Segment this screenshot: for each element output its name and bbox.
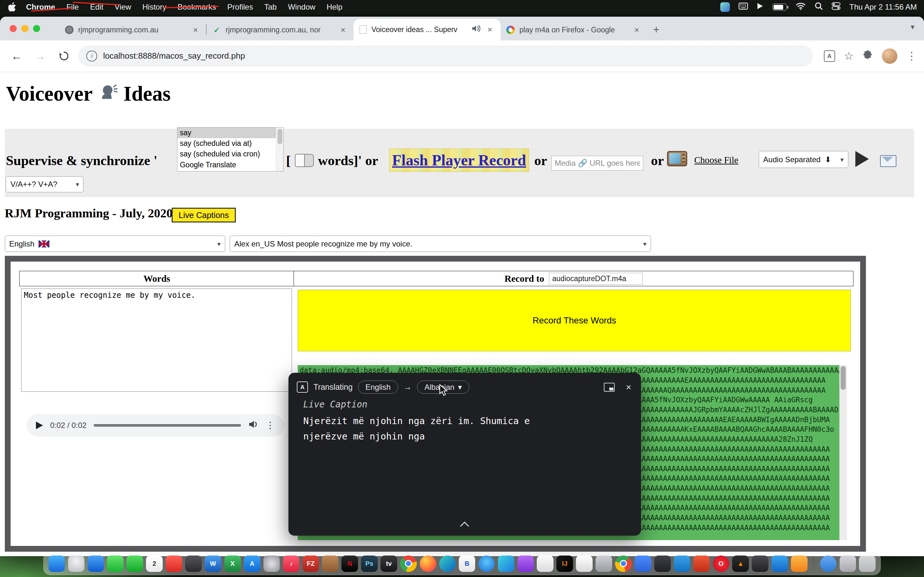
status-app-icon[interactable] xyxy=(720,2,730,12)
apple-menu-icon[interactable] xyxy=(7,2,18,12)
player-volume-icon[interactable] xyxy=(248,420,258,432)
menu-item[interactable]: Profiles xyxy=(228,3,253,11)
battery-icon[interactable] xyxy=(772,3,787,11)
dock-icon-finder[interactable] xyxy=(48,556,65,572)
bookmark-star-icon[interactable]: ☆ xyxy=(844,50,854,62)
dock-icon-textedit[interactable] xyxy=(576,556,593,572)
dock-icon-launchpad[interactable] xyxy=(68,556,85,572)
dock-icon-safari[interactable] xyxy=(478,556,495,572)
dock-icon-opera[interactable]: O xyxy=(713,556,730,572)
profile-avatar[interactable] xyxy=(882,48,897,64)
language-select[interactable]: English ▾ xyxy=(5,235,225,252)
close-window-button[interactable] xyxy=(10,25,17,32)
back-button[interactable]: ← xyxy=(7,47,26,65)
chevron-up-icon[interactable] xyxy=(460,522,469,530)
tab-close-icon[interactable]: × xyxy=(338,25,348,35)
say-mode-listbox[interactable]: saysay (scheduled via at)say (scheduled … xyxy=(177,127,284,171)
listbox-option[interactable]: Google Translate xyxy=(178,160,276,170)
reload-button[interactable] xyxy=(55,47,73,65)
control-center-icon[interactable] xyxy=(832,2,841,12)
minimize-window-button[interactable] xyxy=(21,25,28,32)
tab-audio-icon[interactable] xyxy=(472,25,481,34)
dock-icon-office[interactable] xyxy=(693,556,710,572)
record-these-words-button[interactable]: Record These Words xyxy=(298,290,851,351)
extensions-icon[interactable] xyxy=(863,50,873,63)
choose-file-button[interactable]: Choose File xyxy=(694,155,738,165)
record-filename-input[interactable] xyxy=(549,273,643,285)
audio-mode-select[interactable]: Audio Separated ⬇ ▾ xyxy=(759,151,848,168)
address-text[interactable]: localhost:8888/macos_say_record.php xyxy=(103,51,245,61)
address-bar[interactable]: i localhost:8888/macos_say_record.php xyxy=(78,45,813,67)
player-seek-bar[interactable] xyxy=(94,424,241,426)
dock-icon-github[interactable] xyxy=(752,556,768,572)
picture-in-picture-icon[interactable] xyxy=(604,383,615,392)
listbox-option[interactable]: say (scheduled via cron) xyxy=(178,149,276,159)
browser-tab-2[interactable]: ✓ rjmprogramming.com.au, nor × xyxy=(207,19,354,40)
browser-tab-active[interactable]: Voiceover ideas ... Superv × xyxy=(354,19,501,40)
dock-icon-reminders[interactable] xyxy=(166,556,182,572)
dock-icon-filezilla[interactable]: FZ xyxy=(302,556,319,572)
dock-icon-calendar[interactable]: 2 xyxy=(146,556,163,572)
dock-icon-obs[interactable] xyxy=(654,556,671,572)
player-play-button[interactable] xyxy=(36,422,43,429)
dock-icon-chrome[interactable] xyxy=(400,556,417,572)
dock-icon-system-preferences[interactable] xyxy=(263,556,280,572)
new-tab-button[interactable]: + xyxy=(648,21,665,39)
menu-item[interactable]: File xyxy=(66,3,79,11)
dock-icon-pages[interactable] xyxy=(537,556,553,572)
dock-icon-postman[interactable] xyxy=(791,556,808,572)
dock-icon-shortcuts[interactable] xyxy=(498,556,515,572)
player-overflow-icon[interactable]: ⋮ xyxy=(266,420,275,430)
email-icon[interactable] xyxy=(880,155,896,167)
media-play-icon[interactable] xyxy=(757,3,763,11)
base64-scrollbar[interactable] xyxy=(839,365,847,540)
dock-icon-terminal[interactable] xyxy=(185,556,202,572)
dock-icon-trash[interactable] xyxy=(859,556,876,572)
dock-icon-word[interactable]: W xyxy=(205,556,221,572)
dock-icon-chromium[interactable] xyxy=(615,556,632,572)
tab-close-icon[interactable]: × xyxy=(632,25,642,35)
dock-icon-excel[interactable]: X xyxy=(224,556,241,572)
live-caption-panel[interactable]: A Translating English → Albanian ▾ × Liv… xyxy=(288,373,641,536)
browser-menu-icon[interactable]: ⋮ xyxy=(906,50,917,62)
tab-search-caret-icon[interactable]: ▾ xyxy=(911,23,914,31)
dock-icon-app-store[interactable]: A xyxy=(244,556,260,572)
source-language-pill[interactable]: English xyxy=(358,380,398,394)
spotlight-search-icon[interactable] xyxy=(814,2,823,12)
menu-clock[interactable]: Thu Apr 2 11:56 AM xyxy=(850,3,917,11)
zoom-window-button[interactable] xyxy=(33,25,40,32)
menu-item[interactable]: Window xyxy=(288,3,315,11)
flash-player-record-link[interactable]: Flash Player Record xyxy=(392,151,526,169)
live-captions-button[interactable]: Live Captions xyxy=(172,208,236,222)
dock-icon-zoom[interactable] xyxy=(635,556,651,572)
site-info-icon[interactable]: i xyxy=(86,51,97,61)
dock-icon-preview[interactable] xyxy=(596,556,612,572)
dock-icon-docker[interactable] xyxy=(674,556,690,572)
dock-icon-facetime[interactable] xyxy=(126,556,143,572)
wifi-icon[interactable] xyxy=(796,2,806,12)
dock-icon-netflix[interactable]: N xyxy=(341,556,358,572)
dock-icon-edge[interactable] xyxy=(439,556,456,572)
input-source-icon[interactable] xyxy=(738,3,748,11)
close-icon[interactable]: × xyxy=(626,382,632,393)
dock-icon-vlc[interactable]: ▲ xyxy=(732,556,749,572)
voice-select[interactable]: Alex en_US Most people recognize me by m… xyxy=(230,235,651,252)
dock-icon-bing[interactable]: B xyxy=(459,556,475,572)
words-textarea[interactable]: Most people recognize me by my voice. xyxy=(21,288,292,392)
va-mode-select[interactable]: V/A++? V+A? ▾ xyxy=(6,176,83,192)
translate-icon[interactable]: A xyxy=(824,50,835,61)
menu-item[interactable]: Tab xyxy=(264,3,277,11)
dock-icon-photoshop[interactable]: Ps xyxy=(361,556,378,572)
dock-icon-box[interactable] xyxy=(322,556,339,572)
dock-icon-messages[interactable] xyxy=(107,556,124,572)
media-url-input[interactable] xyxy=(551,156,643,171)
dock-icon-stack[interactable] xyxy=(840,556,856,572)
listbox-option[interactable]: say (scheduled via at) xyxy=(178,138,276,149)
dock-icon-apple-tv[interactable]: tv xyxy=(381,556,397,572)
forward-button[interactable]: → xyxy=(31,47,50,65)
play-button[interactable] xyxy=(855,151,869,167)
browser-tab-1[interactable]: rjmprogramming.com.au × xyxy=(59,19,206,40)
dock-icon-music[interactable]: ♪ xyxy=(283,556,300,572)
dock-icon-downloads[interactable] xyxy=(820,556,837,572)
menu-item[interactable]: Help xyxy=(326,3,342,11)
